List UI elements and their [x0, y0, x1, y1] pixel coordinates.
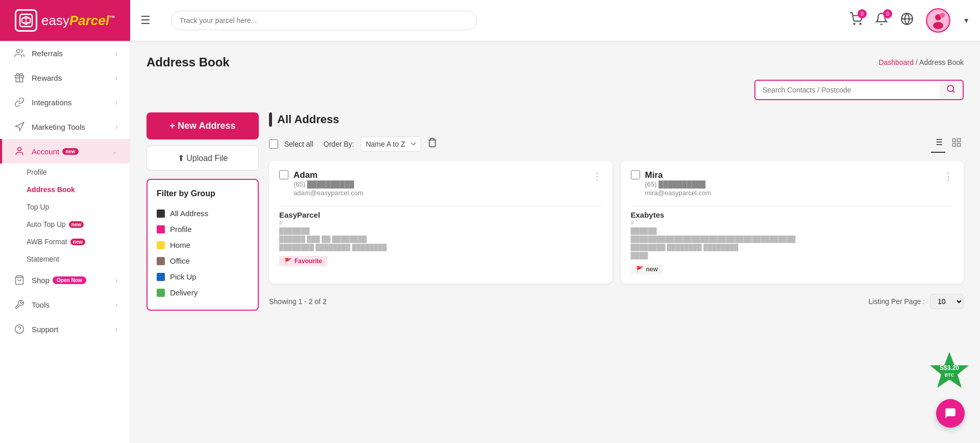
upload-file-button[interactable]: ⬆ Upload File — [146, 146, 259, 171]
left-panel: + New Address ⬆ Upload File Filter by Gr… — [146, 112, 259, 311]
logo-icon — [19, 13, 33, 28]
search-contacts-button[interactable] — [939, 81, 963, 99]
sidebar-item-rewards[interactable]: Rewards › — [0, 65, 130, 90]
list-view-button[interactable] — [931, 135, 945, 153]
sidebar: Referrals › Rewards › Integrations › Mar… — [0, 41, 130, 443]
account-badge: new — [62, 148, 78, 155]
filter-flag-delivery — [157, 289, 165, 297]
sidebar-item-support[interactable]: Support › — [0, 317, 130, 341]
hamburger-button[interactable]: ☰ — [130, 14, 161, 27]
profile-sub-label: Profile — [27, 168, 47, 176]
filter-label-all: All Address — [170, 209, 208, 218]
avatar-dropdown-arrow[interactable]: ▼ — [963, 16, 970, 25]
filter-item-delivery[interactable]: Delivery — [157, 285, 249, 300]
grid-icon — [951, 137, 962, 148]
sidebar-item-shop[interactable]: Shop Open Now › — [0, 268, 130, 292]
card-2-addr4: ████ — [631, 252, 954, 259]
svg-line-17 — [952, 90, 954, 92]
per-page-select[interactable]: 10 25 50 100 — [930, 294, 964, 309]
filter-item-home[interactable]: Home — [157, 237, 249, 253]
card-1-addr1: ███████ — [279, 227, 602, 235]
card-2-addr1: ██████ — [631, 227, 954, 235]
cart-icon-wrap[interactable]: 0 — [849, 12, 863, 29]
globe-icon-wrap[interactable] — [900, 12, 914, 29]
new-address-label: + New Address — [170, 121, 236, 131]
promo-badge[interactable]: S$3.20 BTC — [929, 351, 970, 392]
referrals-label: Referrals — [32, 49, 63, 58]
card-2-checkbox[interactable] — [631, 170, 640, 179]
card-1-addr3: ████████ ████████ ████████ — [279, 244, 602, 251]
filter-item-profile[interactable]: Profile — [157, 221, 249, 237]
cart-badge: 0 — [857, 9, 867, 18]
svg-rect-27 — [953, 144, 956, 147]
sub-item-topup[interactable]: Top Up — [27, 198, 130, 216]
account-submenu: Profile Address Book Top Up Auto Top Up … — [0, 164, 130, 268]
logo-box — [15, 9, 37, 32]
sidebar-item-marketing[interactable]: Marketing Tools › — [0, 114, 130, 139]
account-chevron: ⌄ — [112, 148, 117, 155]
card-1-menu-button[interactable]: ⋮ — [592, 170, 602, 182]
sub-item-auto-topup[interactable]: Auto Top Up new — [27, 216, 130, 233]
sidebar-item-tools[interactable]: Tools › — [0, 292, 130, 317]
search-contacts-input[interactable] — [755, 81, 939, 99]
sub-item-statement[interactable]: Statement — [27, 250, 130, 268]
chat-bubble[interactable] — [936, 399, 965, 428]
card-1-checkbox[interactable] — [279, 170, 288, 179]
showing-label: Showing 1 - 2 of 2 — [269, 297, 327, 306]
card-2-addr3: ████████ ████████ ████████ — [631, 244, 954, 251]
delete-button[interactable] — [427, 137, 437, 150]
parcel-search-input[interactable] — [171, 11, 477, 30]
card-2-menu-button[interactable]: ⋮ — [943, 170, 953, 182]
breadcrumb-dashboard[interactable]: Dashboard — [878, 58, 914, 66]
sub-item-profile[interactable]: Profile — [27, 164, 130, 181]
logo-easy: easy — [41, 13, 69, 28]
page-title: Address Book — [146, 55, 230, 69]
grid-view-button[interactable] — [949, 135, 964, 153]
trash-icon — [427, 137, 437, 148]
sub-item-address-book[interactable]: Address Book — [27, 181, 130, 198]
search-bar-wrap — [146, 80, 964, 100]
card-1-hash: # — [279, 219, 602, 226]
awb-badge: new — [70, 239, 85, 245]
filter-flag-profile — [157, 225, 165, 234]
new-address-button[interactable]: + New Address — [146, 112, 259, 139]
card-2-company: Exabytes — [631, 211, 954, 219]
section-header: All Address — [269, 112, 964, 127]
marketing-chevron: › — [115, 123, 117, 131]
avatar[interactable] — [926, 8, 950, 33]
order-by-select[interactable]: Name A to Z Name Z to A Newest Oldest — [360, 136, 421, 152]
filter-title: Filter by Group — [157, 189, 249, 198]
card-2-hash: # — [631, 219, 954, 226]
auto-topup-badge: new — [69, 221, 84, 228]
support-label: Support — [32, 325, 59, 334]
logo-area: easyParcel™ — [0, 0, 130, 41]
select-all-checkbox[interactable] — [269, 139, 278, 149]
right-section: All Address Select all Order By: Name A … — [269, 112, 964, 309]
sidebar-item-integrations[interactable]: Integrations › — [0, 90, 130, 114]
bell-icon-wrap[interactable]: 0 — [875, 12, 888, 29]
order-by-label: Order By: — [324, 140, 354, 148]
bell-badge: 0 — [883, 9, 892, 18]
filter-item-pickup[interactable]: Pick Up — [157, 269, 249, 285]
megaphone-icon — [14, 122, 24, 132]
support-icon — [14, 324, 24, 334]
select-all-label: Select all — [284, 140, 313, 148]
filter-item-all[interactable]: All Address — [157, 205, 249, 221]
promo-price: S$3.20 — [940, 364, 959, 372]
card-2-tag: 🚩 new — [631, 264, 663, 274]
shop-icon — [14, 275, 24, 285]
body-row: + New Address ⬆ Upload File Filter by Gr… — [146, 112, 964, 311]
main-content: Address Book Dashboard / Address Book + … — [130, 41, 980, 443]
card-2-divider — [631, 206, 954, 206]
sidebar-item-account[interactable]: Account new ⌄ — [0, 139, 130, 164]
card-2-addr2: ██████████████████████████████████████ — [631, 236, 954, 243]
sub-item-awb-format[interactable]: AWB Format new — [27, 233, 130, 250]
svg-point-16 — [947, 85, 953, 91]
card-1-top: Adam (65) ██████████ adam@easyparcel.com… — [279, 170, 602, 202]
section-header-bar — [269, 112, 272, 127]
address-card-1: Adam (65) ██████████ adam@easyparcel.com… — [269, 161, 612, 284]
avatar-image — [928, 10, 948, 31]
sidebar-item-referrals[interactable]: Referrals › — [0, 41, 130, 65]
filter-item-office[interactable]: Office — [157, 253, 249, 269]
listing-per-page-label: Listing Per Page : — [868, 297, 925, 306]
